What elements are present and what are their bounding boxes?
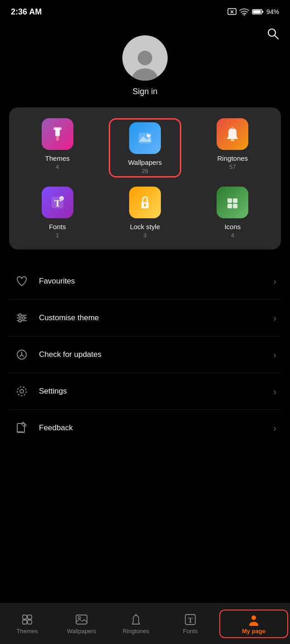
svg-rect-43 [23,615,27,619]
fonts-count: 1 [56,232,59,239]
svg-point-39 [17,387,26,396]
grid-row-2: T ·· Fonts 1 Lock style 3 [14,187,276,239]
updates-icon [14,346,30,363]
svg-rect-26 [227,198,232,203]
svg-text:T: T [188,616,193,624]
lockstyle-icon [129,187,161,218]
grid-item-fonts[interactable]: T ·· Fonts 1 [21,187,94,239]
svg-rect-25 [144,204,146,207]
sign-in-label[interactable]: Sign in [132,87,157,96]
status-icons: 94% [227,8,279,15]
avatar[interactable] [122,35,168,81]
message-x-icon [227,8,237,15]
favourites-label: Favourites [39,277,273,286]
icons-icon [217,187,248,218]
gear-icon [15,385,28,398]
grid-item-ringtones[interactable]: Ringtones 57 [196,118,269,178]
category-grid: Themes 4 Wallpapers 26 [9,107,281,250]
menu-item-customise[interactable]: Customise theme › [9,300,281,336]
battery-icon [252,9,264,15]
nav-item-ringtones[interactable]: Ringtones [109,610,163,638]
search-button[interactable] [266,27,279,43]
svg-rect-47 [76,615,87,624]
wallpapers-count: 26 [142,168,148,174]
update-icon [15,348,28,361]
feedback-label: Feedback [39,423,273,433]
wallpapers-icon [129,122,161,154]
svg-line-8 [275,35,278,39]
themes-count: 4 [56,163,59,170]
svg-rect-45 [23,620,27,624]
svg-rect-46 [28,620,32,624]
fonts-label: Fonts [49,223,66,231]
nav-item-mypage[interactable]: My page [219,610,288,638]
svg-rect-5 [262,11,263,13]
svg-point-17 [148,132,151,135]
nav-ringtones-icon [130,613,142,626]
fonts-icon: T ·· [42,187,73,218]
avatar-silhouette [131,49,159,81]
lockstyle-label: Lock style [130,223,160,231]
sliders-icon [15,312,28,324]
svg-rect-27 [233,198,237,203]
icons-label: Icons [224,223,241,231]
menu-item-feedback[interactable]: Feedback › [9,410,281,446]
ringtones-count: 57 [229,163,236,170]
lockstyle-count: 3 [143,232,146,239]
icons-icon-svg [224,194,241,211]
status-time: 2:36 AM [11,7,42,17]
icons-count: 4 [231,232,234,239]
menu-item-settings[interactable]: Settings › [9,373,281,410]
nav-wallpapers-label: Wallpapers [67,628,97,634]
grid-item-icons[interactable]: Icons 4 [196,187,269,239]
menu-section: Favourites › Customise theme › Chec [9,263,281,446]
nav-item-themes[interactable]: Themes [0,610,54,638]
svg-point-53 [251,615,256,620]
nav-mypage-icon [247,613,260,626]
wifi-icon [239,8,249,15]
svg-point-34 [22,317,25,319]
favourites-chevron: › [273,276,276,287]
fonts-icon-svg: T ·· [49,194,66,211]
themes-icon-svg [49,125,66,143]
svg-rect-29 [233,204,237,208]
ringtones-label: Ringtones [218,154,248,162]
feedback-icon [14,420,30,436]
grid-item-wallpapers[interactable]: Wallpapers 26 [109,118,181,178]
ringtones-icon [217,118,248,150]
updates-chevron: › [273,350,276,360]
wallpapers-label: Wallpapers [128,159,162,166]
customise-icon [14,310,30,326]
status-bar: 2:36 AM 94% [0,0,290,22]
ringtones-icon-svg [224,125,241,143]
svg-rect-6 [253,10,261,14]
svg-point-33 [19,314,21,317]
edit-icon [15,422,28,434]
themes-label: Themes [45,154,70,162]
grid-item-themes[interactable]: Themes 4 [21,118,94,178]
customise-chevron: › [273,313,276,323]
svg-point-54 [249,622,258,626]
menu-item-updates[interactable]: Check for updates › [9,336,281,373]
customise-label: Customise theme [39,313,273,322]
grid-item-lockstyle[interactable]: Lock style 3 [109,187,181,239]
nav-fonts-icon: T [184,613,197,626]
favourites-icon [14,273,30,289]
settings-label: Settings [39,387,273,396]
svg-rect-18 [231,139,234,141]
battery-percent: 94% [266,8,279,15]
nav-item-wallpapers[interactable]: Wallpapers [54,610,109,638]
nav-themes-icon [21,613,34,626]
svg-rect-28 [227,204,232,208]
menu-item-favourites[interactable]: Favourites › [9,263,281,300]
nav-fonts-label: Fonts [183,628,198,634]
settings-chevron: › [273,386,276,397]
svg-point-10 [132,68,158,81]
nav-item-fonts[interactable]: T Fonts [163,610,218,638]
nav-ringtones-label: Ringtones [123,628,150,634]
svg-rect-13 [53,127,62,130]
svg-rect-44 [28,615,32,619]
settings-icon [14,383,30,399]
svg-point-38 [20,389,24,393]
wallpapers-icon-svg [136,129,154,147]
